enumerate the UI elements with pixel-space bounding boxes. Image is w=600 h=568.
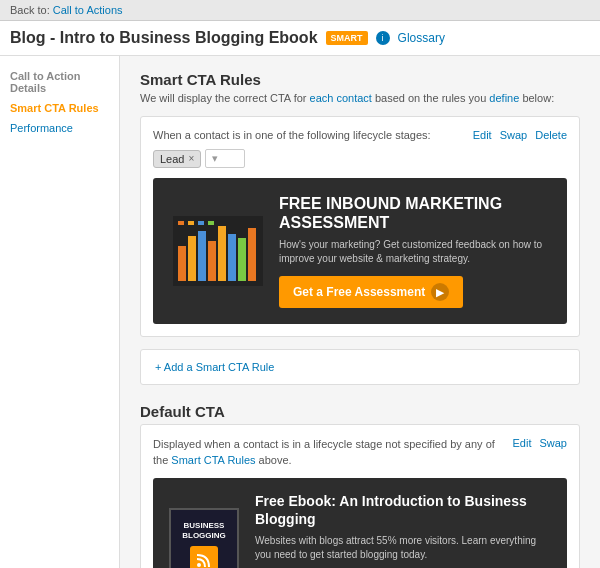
main-content: Smart CTA Rules We will display the corr… <box>120 56 600 568</box>
svg-rect-10 <box>188 221 194 225</box>
sidebar-item-smart-cta-rules[interactable]: Smart CTA Rules <box>0 98 119 118</box>
svg-point-13 <box>197 563 201 567</box>
page-title: Blog - Intro to Business Blogging Ebook <box>10 29 318 47</box>
cta-inbound-text: FREE INBOUND MARKETING ASSESSMENT How's … <box>279 194 547 308</box>
cta-ebook-text: Free Ebook: An Introduction to Business … <box>255 492 551 568</box>
cta-preview-inbound: FREE INBOUND MARKETING ASSESSMENT How's … <box>153 178 567 324</box>
ebook-cover: BUSINESS BLOGGING <box>169 508 239 568</box>
smart-cta-rules-title: Smart CTA Rules <box>140 71 580 88</box>
smart-badge: SMART <box>326 31 368 45</box>
default-cta-section: Default CTA Displayed when a contact is … <box>140 403 580 568</box>
breadcrumb: Back to: Call to Actions <box>0 0 600 21</box>
svg-rect-5 <box>218 226 226 281</box>
cta-inbound-title: FREE INBOUND MARKETING ASSESSMENT <box>279 194 547 232</box>
tag-close-icon[interactable]: × <box>188 153 194 164</box>
delete-rule-link[interactable]: Delete <box>535 129 567 141</box>
sidebar-heading: Call to Action Details <box>0 66 119 98</box>
default-cta-actions: Edit Swap <box>513 437 568 449</box>
sidebar-item-performance[interactable]: Performance <box>0 118 119 138</box>
rule-header: When a contact is in one of the followin… <box>153 129 567 141</box>
page-header: Blog - Intro to Business Blogging Ebook … <box>0 21 600 56</box>
add-rule-card: + Add a Smart CTA Rule <box>140 349 580 385</box>
smart-cta-rules-section: Smart CTA Rules We will display the corr… <box>140 71 580 337</box>
ebook-cover-title: BUSINESS BLOGGING <box>182 521 226 540</box>
svg-rect-11 <box>198 221 204 225</box>
swap-default-cta-link[interactable]: Swap <box>539 437 567 449</box>
rule-card: When a contact is in one of the followin… <box>140 116 580 337</box>
swap-rule-link[interactable]: Swap <box>500 129 528 141</box>
get-free-assessment-button[interactable]: Get a Free Assessment ▶ <box>279 276 463 308</box>
edit-rule-link[interactable]: Edit <box>473 129 492 141</box>
rule-condition-text: When a contact is in one of the followin… <box>153 129 431 141</box>
lifecycle-dropdown[interactable]: ▾ <box>205 149 245 168</box>
svg-rect-1 <box>178 246 186 281</box>
sidebar: Call to Action Details Smart CTA Rules P… <box>0 56 120 568</box>
call-to-actions-link[interactable]: Call to Actions <box>53 4 123 16</box>
default-cta-header: Displayed when a contact is in a lifecyc… <box>153 437 567 468</box>
back-text: Back to: <box>10 4 50 16</box>
svg-rect-2 <box>188 236 196 281</box>
svg-rect-6 <box>228 234 236 281</box>
lead-tag: Lead × <box>153 150 201 168</box>
smart-cta-rules-subtitle: We will display the correct CTA for each… <box>140 92 580 104</box>
cta-preview-ebook: BUSINESS BLOGGING Free Ebook: A <box>153 478 567 568</box>
arrow-right-icon: ▶ <box>431 283 449 301</box>
info-icon: i <box>376 31 390 45</box>
glossary-link[interactable]: Glossary <box>398 31 445 45</box>
svg-rect-7 <box>238 238 246 281</box>
default-cta-title: Default CTA <box>140 403 580 420</box>
default-cta-card: Displayed when a contact is in a lifecyc… <box>140 424 580 568</box>
svg-rect-4 <box>208 241 216 281</box>
cta-ebook-description: Websites with blogs attract 55% more vis… <box>255 534 551 562</box>
svg-rect-3 <box>198 231 206 281</box>
svg-rect-8 <box>248 228 256 281</box>
cta-inbound-description: How's your marketing? Get customized fee… <box>279 238 547 266</box>
cta-ebook-title: Free Ebook: An Introduction to Business … <box>255 492 551 528</box>
svg-rect-9 <box>178 221 184 225</box>
chart-image <box>173 216 263 286</box>
lifecycle-select-row: Lead × ▾ <box>153 149 567 168</box>
edit-default-cta-link[interactable]: Edit <box>513 437 532 449</box>
default-cta-subtitle: Displayed when a contact is in a lifecyc… <box>153 437 513 468</box>
add-smart-cta-rule-link[interactable]: + Add a Smart CTA Rule <box>155 361 274 373</box>
svg-rect-12 <box>208 221 214 225</box>
rss-icon <box>190 546 218 568</box>
rule-actions: Edit Swap Delete <box>473 129 567 141</box>
